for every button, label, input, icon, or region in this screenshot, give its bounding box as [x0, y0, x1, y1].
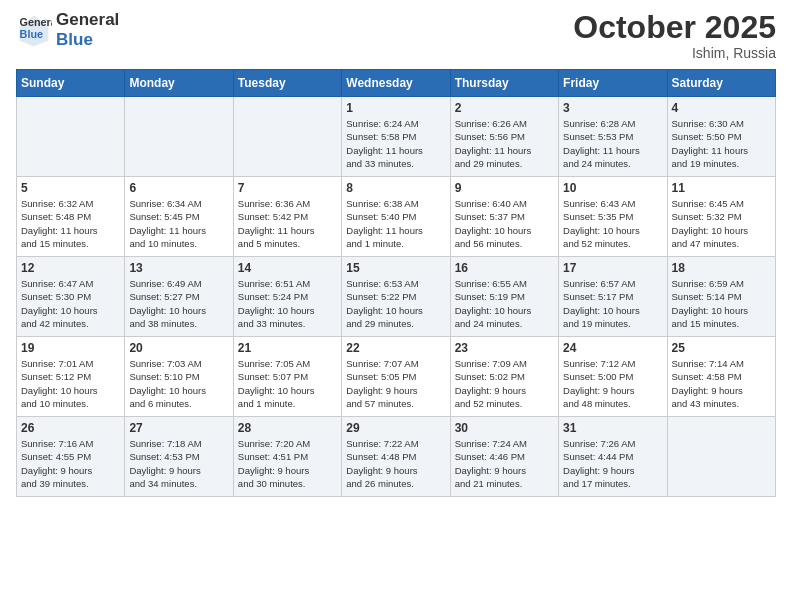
day-cell: 19Sunrise: 7:01 AM Sunset: 5:12 PM Dayli… [17, 337, 125, 417]
page: General Blue General Blue October 2025 I… [0, 0, 792, 513]
day-cell: 10Sunrise: 6:43 AM Sunset: 5:35 PM Dayli… [559, 177, 667, 257]
day-cell: 14Sunrise: 6:51 AM Sunset: 5:24 PM Dayli… [233, 257, 341, 337]
logo: General Blue General Blue [16, 10, 119, 49]
day-number: 6 [129, 181, 228, 195]
header: General Blue General Blue October 2025 I… [16, 10, 776, 61]
day-cell: 22Sunrise: 7:07 AM Sunset: 5:05 PM Dayli… [342, 337, 450, 417]
day-cell: 25Sunrise: 7:14 AM Sunset: 4:58 PM Dayli… [667, 337, 775, 417]
day-cell: 28Sunrise: 7:20 AM Sunset: 4:51 PM Dayli… [233, 417, 341, 497]
day-cell: 4Sunrise: 6:30 AM Sunset: 5:50 PM Daylig… [667, 97, 775, 177]
day-cell: 27Sunrise: 7:18 AM Sunset: 4:53 PM Dayli… [125, 417, 233, 497]
day-number: 14 [238, 261, 337, 275]
day-info: Sunrise: 6:34 AM Sunset: 5:45 PM Dayligh… [129, 197, 228, 250]
week-row-4: 19Sunrise: 7:01 AM Sunset: 5:12 PM Dayli… [17, 337, 776, 417]
day-cell: 5Sunrise: 6:32 AM Sunset: 5:48 PM Daylig… [17, 177, 125, 257]
day-info: Sunrise: 6:26 AM Sunset: 5:56 PM Dayligh… [455, 117, 554, 170]
day-cell: 11Sunrise: 6:45 AM Sunset: 5:32 PM Dayli… [667, 177, 775, 257]
day-info: Sunrise: 7:18 AM Sunset: 4:53 PM Dayligh… [129, 437, 228, 490]
day-cell: 17Sunrise: 6:57 AM Sunset: 5:17 PM Dayli… [559, 257, 667, 337]
calendar-table: SundayMondayTuesdayWednesdayThursdayFrid… [16, 69, 776, 497]
day-cell: 6Sunrise: 6:34 AM Sunset: 5:45 PM Daylig… [125, 177, 233, 257]
day-number: 12 [21, 261, 120, 275]
day-number: 2 [455, 101, 554, 115]
svg-text:Blue: Blue [20, 28, 43, 40]
month-title: October 2025 [573, 10, 776, 45]
day-info: Sunrise: 6:30 AM Sunset: 5:50 PM Dayligh… [672, 117, 771, 170]
header-row: SundayMondayTuesdayWednesdayThursdayFrid… [17, 70, 776, 97]
day-cell: 24Sunrise: 7:12 AM Sunset: 5:00 PM Dayli… [559, 337, 667, 417]
week-row-2: 5Sunrise: 6:32 AM Sunset: 5:48 PM Daylig… [17, 177, 776, 257]
day-number: 8 [346, 181, 445, 195]
day-info: Sunrise: 7:20 AM Sunset: 4:51 PM Dayligh… [238, 437, 337, 490]
logo-general: General [56, 10, 119, 30]
week-row-1: 1Sunrise: 6:24 AM Sunset: 5:58 PM Daylig… [17, 97, 776, 177]
day-info: Sunrise: 6:40 AM Sunset: 5:37 PM Dayligh… [455, 197, 554, 250]
day-info: Sunrise: 7:12 AM Sunset: 5:00 PM Dayligh… [563, 357, 662, 410]
day-info: Sunrise: 6:57 AM Sunset: 5:17 PM Dayligh… [563, 277, 662, 330]
day-cell: 29Sunrise: 7:22 AM Sunset: 4:48 PM Dayli… [342, 417, 450, 497]
day-number: 16 [455, 261, 554, 275]
day-info: Sunrise: 6:36 AM Sunset: 5:42 PM Dayligh… [238, 197, 337, 250]
title-block: October 2025 Ishim, Russia [573, 10, 776, 61]
day-number: 4 [672, 101, 771, 115]
day-info: Sunrise: 6:28 AM Sunset: 5:53 PM Dayligh… [563, 117, 662, 170]
svg-text:General: General [20, 16, 52, 28]
day-number: 15 [346, 261, 445, 275]
day-number: 24 [563, 341, 662, 355]
day-number: 1 [346, 101, 445, 115]
day-cell: 1Sunrise: 6:24 AM Sunset: 5:58 PM Daylig… [342, 97, 450, 177]
day-number: 21 [238, 341, 337, 355]
day-cell: 20Sunrise: 7:03 AM Sunset: 5:10 PM Dayli… [125, 337, 233, 417]
day-cell: 15Sunrise: 6:53 AM Sunset: 5:22 PM Dayli… [342, 257, 450, 337]
header-day-monday: Monday [125, 70, 233, 97]
day-cell: 31Sunrise: 7:26 AM Sunset: 4:44 PM Dayli… [559, 417, 667, 497]
day-number: 29 [346, 421, 445, 435]
day-info: Sunrise: 6:51 AM Sunset: 5:24 PM Dayligh… [238, 277, 337, 330]
day-number: 13 [129, 261, 228, 275]
day-cell [667, 417, 775, 497]
day-number: 3 [563, 101, 662, 115]
day-cell: 30Sunrise: 7:24 AM Sunset: 4:46 PM Dayli… [450, 417, 558, 497]
header-day-thursday: Thursday [450, 70, 558, 97]
day-info: Sunrise: 7:05 AM Sunset: 5:07 PM Dayligh… [238, 357, 337, 410]
day-cell: 26Sunrise: 7:16 AM Sunset: 4:55 PM Dayli… [17, 417, 125, 497]
day-number: 9 [455, 181, 554, 195]
day-info: Sunrise: 6:49 AM Sunset: 5:27 PM Dayligh… [129, 277, 228, 330]
day-info: Sunrise: 7:07 AM Sunset: 5:05 PM Dayligh… [346, 357, 445, 410]
week-row-3: 12Sunrise: 6:47 AM Sunset: 5:30 PM Dayli… [17, 257, 776, 337]
day-number: 18 [672, 261, 771, 275]
day-number: 27 [129, 421, 228, 435]
day-number: 7 [238, 181, 337, 195]
week-row-5: 26Sunrise: 7:16 AM Sunset: 4:55 PM Dayli… [17, 417, 776, 497]
day-info: Sunrise: 7:16 AM Sunset: 4:55 PM Dayligh… [21, 437, 120, 490]
day-cell: 12Sunrise: 6:47 AM Sunset: 5:30 PM Dayli… [17, 257, 125, 337]
day-cell [233, 97, 341, 177]
day-info: Sunrise: 6:55 AM Sunset: 5:19 PM Dayligh… [455, 277, 554, 330]
day-number: 11 [672, 181, 771, 195]
day-info: Sunrise: 7:26 AM Sunset: 4:44 PM Dayligh… [563, 437, 662, 490]
logo-icon: General Blue [16, 12, 52, 48]
header-day-sunday: Sunday [17, 70, 125, 97]
header-day-saturday: Saturday [667, 70, 775, 97]
day-info: Sunrise: 6:32 AM Sunset: 5:48 PM Dayligh… [21, 197, 120, 250]
day-number: 31 [563, 421, 662, 435]
day-info: Sunrise: 6:47 AM Sunset: 5:30 PM Dayligh… [21, 277, 120, 330]
logo-blue: Blue [56, 30, 119, 50]
day-cell: 18Sunrise: 6:59 AM Sunset: 5:14 PM Dayli… [667, 257, 775, 337]
day-number: 26 [21, 421, 120, 435]
day-info: Sunrise: 7:01 AM Sunset: 5:12 PM Dayligh… [21, 357, 120, 410]
day-info: Sunrise: 7:14 AM Sunset: 4:58 PM Dayligh… [672, 357, 771, 410]
header-day-tuesday: Tuesday [233, 70, 341, 97]
day-info: Sunrise: 7:22 AM Sunset: 4:48 PM Dayligh… [346, 437, 445, 490]
day-number: 10 [563, 181, 662, 195]
day-info: Sunrise: 6:43 AM Sunset: 5:35 PM Dayligh… [563, 197, 662, 250]
day-cell: 3Sunrise: 6:28 AM Sunset: 5:53 PM Daylig… [559, 97, 667, 177]
day-cell [125, 97, 233, 177]
day-number: 20 [129, 341, 228, 355]
day-number: 22 [346, 341, 445, 355]
day-info: Sunrise: 7:09 AM Sunset: 5:02 PM Dayligh… [455, 357, 554, 410]
header-day-wednesday: Wednesday [342, 70, 450, 97]
day-cell: 9Sunrise: 6:40 AM Sunset: 5:37 PM Daylig… [450, 177, 558, 257]
day-info: Sunrise: 6:53 AM Sunset: 5:22 PM Dayligh… [346, 277, 445, 330]
day-cell: 7Sunrise: 6:36 AM Sunset: 5:42 PM Daylig… [233, 177, 341, 257]
